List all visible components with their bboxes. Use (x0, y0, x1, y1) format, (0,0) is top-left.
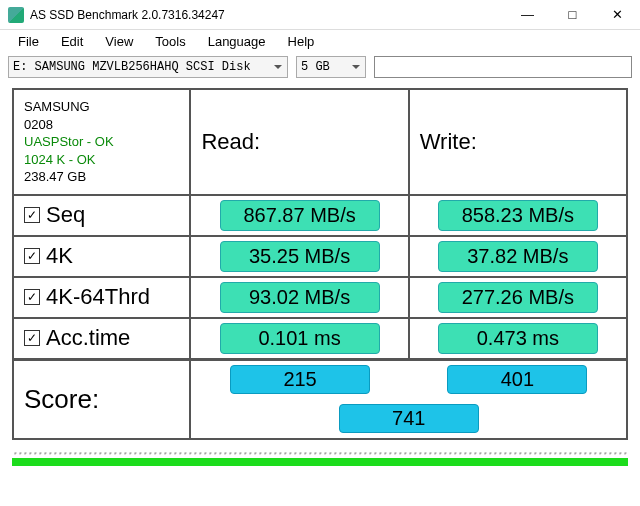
app-icon (8, 7, 24, 23)
menu-file[interactable]: File (8, 32, 49, 51)
acc-write: 0.473 ms (438, 323, 598, 354)
score-label: Score: (13, 359, 190, 439)
title-bar: AS SSD Benchmark 2.0.7316.34247 ― □ ✕ (0, 0, 640, 30)
drive-info: SAMSUNG 0208 UASPStor - OK 1024 K - OK 2… (13, 89, 190, 195)
fourk64-label: 4K-64Thrd (46, 284, 150, 310)
fourk64-row: ✓4K-64Thrd (24, 284, 179, 310)
drive-fw: 0208 (24, 116, 179, 134)
minimize-button[interactable]: ― (505, 0, 550, 30)
disk-select-value: E: SAMSUNG MZVLB256HAHQ SCSI Disk (13, 60, 251, 74)
menu-view[interactable]: View (95, 32, 143, 51)
menu-tools[interactable]: Tools (145, 32, 195, 51)
seq-row: ✓Seq (24, 202, 179, 228)
write-header: Write: (409, 89, 627, 195)
alignment-status: 1024 K - OK (24, 151, 179, 169)
seq-read: 867.87 MB/s (220, 200, 380, 231)
seq-write: 858.23 MB/s (438, 200, 598, 231)
drive-capacity: 238.47 GB (24, 168, 179, 186)
acc-label: Acc.time (46, 325, 130, 351)
fourk-write: 37.82 MB/s (438, 241, 598, 272)
driver-status: UASPStor - OK (24, 133, 179, 151)
benchmark-table: SAMSUNG 0208 UASPStor - OK 1024 K - OK 2… (12, 88, 628, 440)
acc-read: 0.101 ms (220, 323, 380, 354)
maximize-button[interactable]: □ (550, 0, 595, 30)
toolbar: E: SAMSUNG MZVLB256HAHQ SCSI Disk 5 GB (0, 52, 640, 82)
menu-language[interactable]: Language (198, 32, 276, 51)
separator (12, 450, 628, 456)
read-header: Read: (190, 89, 408, 195)
disk-select[interactable]: E: SAMSUNG MZVLB256HAHQ SCSI Disk (8, 56, 288, 78)
seq-label: Seq (46, 202, 85, 228)
score-write: 401 (447, 365, 587, 394)
fourk-label: 4K (46, 243, 73, 269)
size-select-value: 5 GB (301, 60, 330, 74)
fourk-checkbox[interactable]: ✓ (24, 248, 40, 264)
score-total: 741 (339, 404, 479, 433)
size-select[interactable]: 5 GB (296, 56, 366, 78)
acc-row: ✓Acc.time (24, 325, 179, 351)
fourk64-write: 277.26 MB/s (438, 282, 598, 313)
fourk64-checkbox[interactable]: ✓ (24, 289, 40, 305)
fourk-row: ✓4K (24, 243, 179, 269)
menu-bar: File Edit View Tools Language Help (0, 30, 640, 52)
menu-edit[interactable]: Edit (51, 32, 93, 51)
fourk64-read: 93.02 MB/s (220, 282, 380, 313)
menu-help[interactable]: Help (278, 32, 325, 51)
window-title: AS SSD Benchmark 2.0.7316.34247 (30, 8, 505, 22)
acc-checkbox[interactable]: ✓ (24, 330, 40, 346)
drive-model: SAMSUNG (24, 98, 179, 116)
close-button[interactable]: ✕ (595, 0, 640, 30)
progress-bar (12, 458, 628, 466)
score-read: 215 (230, 365, 370, 394)
fourk-read: 35.25 MB/s (220, 241, 380, 272)
seq-checkbox[interactable]: ✓ (24, 207, 40, 223)
toolbar-textbox[interactable] (374, 56, 632, 78)
